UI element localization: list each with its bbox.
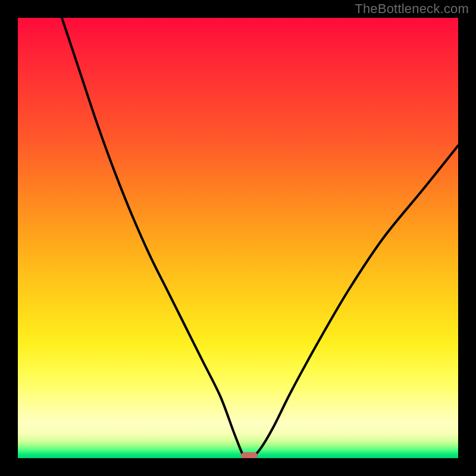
optimum-marker — [241, 452, 258, 458]
curve-svg — [18, 18, 458, 458]
bottleneck-curve-path — [62, 18, 458, 458]
watermark-text: TheBottleneck.com — [355, 1, 469, 17]
plot-area — [18, 18, 458, 458]
chart-frame: TheBottleneck.com — [0, 0, 476, 476]
